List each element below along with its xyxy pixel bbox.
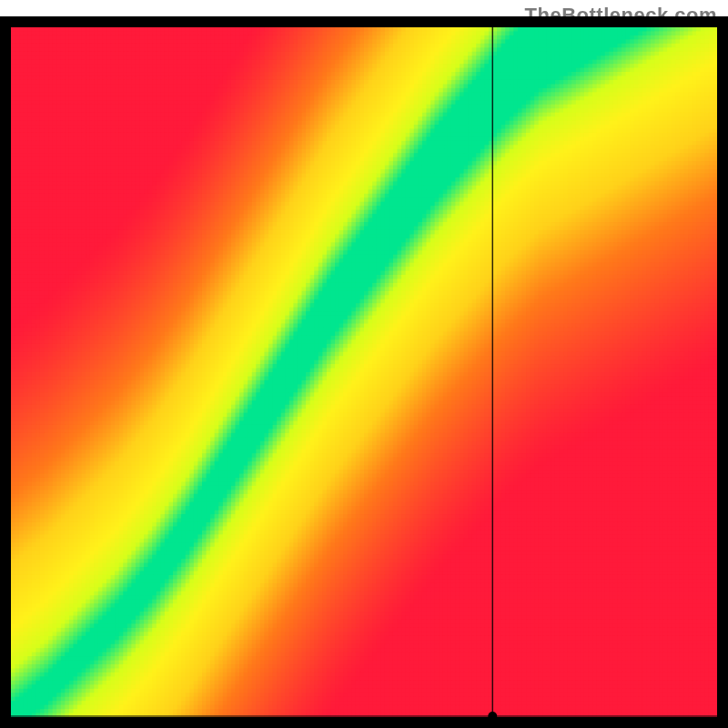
bottleneck-heatmap bbox=[0, 0, 728, 728]
chart-container: TheBottleneck.com bbox=[0, 0, 728, 728]
